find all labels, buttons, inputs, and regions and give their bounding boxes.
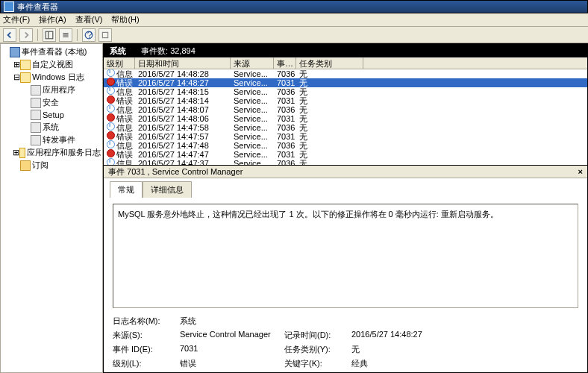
toolbar-separator xyxy=(37,29,38,41)
log-icon xyxy=(31,98,41,108)
menu-help[interactable]: 帮助(H) xyxy=(111,14,139,25)
collapse-icon[interactable]: ⊟ xyxy=(13,72,20,82)
folder-icon xyxy=(20,60,31,70)
prop-eventid-value: 7031 xyxy=(180,344,284,355)
list-icon xyxy=(61,31,70,40)
prop-logged-label: 记录时间(D): xyxy=(284,330,351,341)
help-button[interactable]: ? xyxy=(82,28,96,42)
tree-windows-logs[interactable]: ⊟Windows 日志 xyxy=(2,71,101,84)
detail-tabs: 常规 详细信息 xyxy=(104,178,587,198)
detail-title: 事件 7031 , Service Control Manager xyxy=(108,166,243,178)
log-icon xyxy=(31,122,41,133)
menubar: 文件(F) 操作(A) 查看(V) 帮助(H) xyxy=(0,13,588,27)
properties-button[interactable] xyxy=(59,28,72,42)
info-icon xyxy=(107,158,115,166)
close-icon[interactable]: × xyxy=(578,167,583,176)
prop-level-value: 错误 xyxy=(180,358,284,369)
tree-security[interactable]: 安全 xyxy=(2,96,101,109)
svg-text:?: ? xyxy=(87,31,93,40)
forward-button[interactable] xyxy=(19,28,33,42)
error-icon xyxy=(107,78,115,86)
error-icon xyxy=(107,149,115,157)
menu-view[interactable]: 查看(V) xyxy=(75,14,103,25)
event-properties: 日志名称(M): 系统 来源(S): Service Control Manag… xyxy=(113,316,578,369)
info-icon xyxy=(107,122,115,131)
error-icon xyxy=(107,95,115,104)
help-icon: ? xyxy=(84,31,93,40)
tree-custom-views[interactable]: ⊞自定义视图 xyxy=(2,58,101,71)
content-header: 系统 事件数: 32,894 xyxy=(104,44,587,57)
window-title: 事件查看器 xyxy=(17,1,58,13)
expand-icon[interactable]: ⊞ xyxy=(13,148,19,157)
tree-system[interactable]: 系统 xyxy=(2,121,101,134)
prop-level-label: 级别(L): xyxy=(113,358,180,369)
panel-icon xyxy=(45,31,54,40)
event-count: 32,894 xyxy=(170,46,196,55)
nav-tree: 事件查看器 (本地) ⊞自定义视图 ⊟Windows 日志 应用程序 安全 Se… xyxy=(0,43,103,373)
prop-category-value: 无 xyxy=(351,344,456,355)
info-icon xyxy=(107,104,115,113)
col-datetime[interactable]: 日期和时间 xyxy=(135,57,231,69)
window-titlebar: 事件查看器 xyxy=(0,0,588,13)
arrow-right-icon xyxy=(22,31,31,40)
info-icon xyxy=(107,69,115,77)
subscription-icon xyxy=(20,160,31,171)
tree-forwarded[interactable]: 转发事件 xyxy=(2,134,101,146)
tab-details[interactable]: 详细信息 xyxy=(143,181,192,198)
menu-file[interactable]: 文件(F) xyxy=(3,14,30,25)
svg-rect-0 xyxy=(46,31,53,39)
toolbar-separator xyxy=(77,29,78,41)
export-icon xyxy=(101,31,110,40)
tree-subscriptions[interactable]: 订阅 xyxy=(2,159,101,172)
info-icon xyxy=(107,140,115,148)
folder-icon xyxy=(20,72,31,83)
prop-logname-label: 日志名称(M): xyxy=(113,316,180,327)
log-icon xyxy=(31,85,41,95)
export-button[interactable] xyxy=(98,28,112,42)
tab-general[interactable]: 常规 xyxy=(110,181,143,198)
prop-logged-value: 2016/5/27 14:48:27 xyxy=(351,330,456,341)
col-source[interactable]: 来源 xyxy=(231,57,274,69)
prop-source-label: 来源(S): xyxy=(113,330,180,341)
tree-application[interactable]: 应用程序 xyxy=(2,84,101,96)
col-level[interactable]: 级别 xyxy=(104,57,135,69)
event-grid[interactable]: 信息2016/5/27 14:48:28Service...7036无错误201… xyxy=(104,69,587,165)
log-icon xyxy=(31,110,41,120)
expand-icon[interactable]: ⊞ xyxy=(13,60,20,69)
eventviewer-icon xyxy=(10,47,20,57)
prop-logname-value: 系统 xyxy=(180,316,284,327)
col-eventid[interactable]: 事… xyxy=(274,57,296,69)
col-category[interactable]: 任务类别 xyxy=(296,57,363,69)
info-icon xyxy=(107,87,115,95)
detail-header: 事件 7031 , Service Control Manager × xyxy=(104,165,587,178)
prop-eventid-label: 事件 ID(E): xyxy=(113,344,180,355)
svg-rect-7 xyxy=(102,32,107,37)
error-icon xyxy=(107,131,115,140)
grid-header: 级别 日期和时间 来源 事… 任务类别 xyxy=(104,57,587,69)
tree-root[interactable]: 事件查看器 (本地) xyxy=(2,46,101,58)
prop-keywords-value: 经典 xyxy=(351,358,456,369)
toolbar: ? xyxy=(0,27,588,43)
tree-setup[interactable]: Setup xyxy=(2,109,101,121)
error-icon xyxy=(107,113,115,122)
show-hide-button[interactable] xyxy=(43,28,56,42)
event-message: MySQL 服务意外地终止，这种情况已经出现了 1 次。以下的修正操作将在 0 … xyxy=(113,204,578,308)
tree-app-services[interactable]: ⊞应用程序和服务日志 xyxy=(2,146,101,159)
menu-action[interactable]: 操作(A) xyxy=(39,14,66,25)
back-button[interactable] xyxy=(3,28,16,42)
prop-keywords-label: 关键字(K): xyxy=(284,358,351,369)
detail-body: MySQL 服务意外地终止，这种情况已经出现了 1 次。以下的修正操作将在 0 … xyxy=(104,198,587,372)
folder-icon xyxy=(19,148,25,158)
event-row[interactable]: 信息2016/5/27 14:47:37Service...7036无 xyxy=(104,159,587,165)
log-name: 系统 xyxy=(110,46,126,57)
arrow-left-icon xyxy=(5,31,14,40)
prop-source-value: Service Control Manager xyxy=(180,330,284,341)
app-icon xyxy=(4,1,14,12)
prop-category-label: 任务类别(Y): xyxy=(284,344,351,355)
log-icon xyxy=(31,135,41,145)
